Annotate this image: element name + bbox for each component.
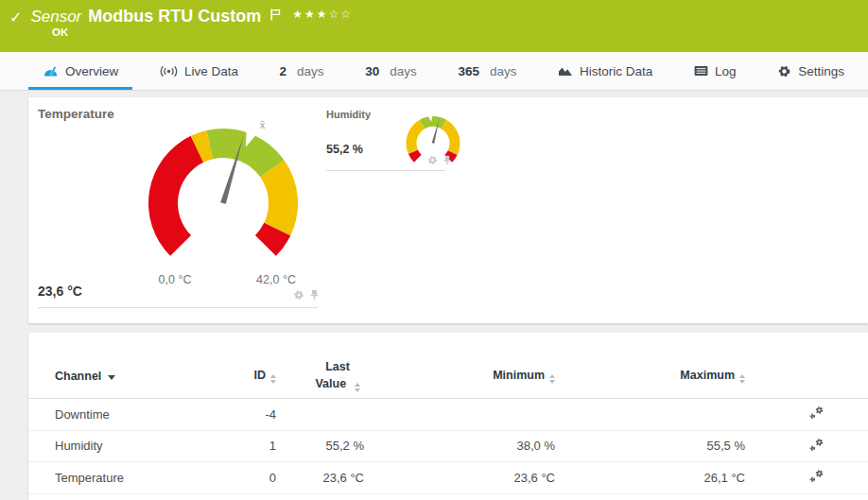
- tab-bar: Overview Live Data 2 days 30 days 365 da…: [0, 52, 868, 91]
- sensor-header: ✓ Sensor Modbus RTU Custom ★★★☆☆ OK: [0, 0, 868, 52]
- tab-30-days[interactable]: 30 days: [351, 52, 431, 90]
- column-label: Channel: [55, 370, 101, 383]
- sort-active-icon: [108, 375, 115, 380]
- sort-icon: [355, 383, 360, 392]
- tab-2-days[interactable]: 2 days: [266, 52, 339, 90]
- gauge-title-temperature: Temperature: [38, 107, 114, 121]
- channels-table-panel: Channel ID Last Value Minimum Maximum Do…: [28, 333, 868, 500]
- tab-settings[interactable]: Settings: [763, 52, 859, 90]
- sort-icon: [739, 374, 745, 384]
- channel-name: Humidity: [28, 439, 227, 453]
- tab-label: Settings: [798, 64, 844, 78]
- column-header-id[interactable]: ID: [227, 369, 276, 384]
- pin-icon[interactable]: [443, 155, 452, 165]
- column-header-last-value[interactable]: Last Value: [276, 359, 364, 392]
- tab-log[interactable]: Log: [680, 52, 751, 90]
- temperature-gauge[interactable]: x̄: [138, 100, 308, 266]
- humidity-current-value: 55,2 %: [326, 143, 363, 156]
- channel-settings-icon[interactable]: [808, 405, 825, 420]
- object-kind-label: Sensor: [30, 8, 81, 26]
- tab-live-data[interactable]: Live Data: [146, 52, 252, 90]
- sensor-status-text: OK: [52, 26, 68, 38]
- column-header-channel[interactable]: Channel: [28, 370, 227, 383]
- table-row: Downtime -4: [28, 399, 868, 431]
- tab-number: 365: [458, 64, 479, 78]
- channel-maximum: 55,5 %: [555, 439, 745, 453]
- column-label: Minimum: [493, 369, 545, 382]
- sensor-title: Modbus RTU Custom: [88, 7, 261, 26]
- svg-text:x̄: x̄: [260, 119, 266, 130]
- column-label: Maximum: [680, 369, 735, 382]
- channel-settings-icon[interactable]: [808, 438, 825, 452]
- gauge-max-label: 42,0 °C: [256, 273, 296, 286]
- tab-label: Live Data: [184, 64, 238, 78]
- channel-maximum: 26,1 °C: [555, 471, 745, 485]
- channel-last-value: 23,6 °C: [276, 471, 364, 485]
- gauge-title-humidity: Humidity: [326, 109, 371, 120]
- log-icon: [694, 65, 708, 77]
- table-row: Temperature 0 23,6 °C 23,6 °C 26,1 °C: [28, 462, 868, 494]
- channel-last-value: 55,2 %: [276, 439, 364, 453]
- status-check-icon: ✓: [9, 9, 22, 26]
- tab-label: Historic Data: [580, 64, 652, 78]
- temperature-gauge-tools: [293, 289, 320, 301]
- gauge-icon: [43, 64, 59, 78]
- temperature-current-value: 23,6 °C: [38, 284, 82, 299]
- gauge-min-label: 0,0 °C: [159, 273, 192, 286]
- broadcast-icon: [160, 65, 178, 78]
- gauge-settings-icon[interactable]: [293, 289, 304, 301]
- divider: [38, 307, 318, 308]
- column-header-maximum[interactable]: Maximum: [555, 369, 745, 384]
- channel-settings-icon[interactable]: [808, 469, 825, 483]
- column-label: ID: [254, 369, 267, 382]
- tab-label: days: [390, 64, 417, 78]
- pin-icon[interactable]: [309, 289, 320, 301]
- channel-id: 0: [227, 471, 276, 485]
- gauge-settings-icon[interactable]: [427, 155, 438, 165]
- tab-overview[interactable]: Overview: [28, 52, 132, 90]
- channel-name: Temperature: [28, 471, 227, 485]
- gear-icon: [777, 64, 791, 78]
- channel-minimum: 23,6 °C: [364, 471, 555, 485]
- tab-label: days: [297, 64, 324, 78]
- table-header-row: Channel ID Last Value Minimum Maximum: [28, 335, 868, 399]
- histogram-icon: [558, 65, 573, 77]
- channel-name: Downtime: [28, 407, 227, 422]
- tab-label: Overview: [65, 64, 118, 78]
- table-row: Humidity 1 55,2 % 38,0 % 55,5 %: [28, 431, 868, 463]
- humidity-gauge-tools: [427, 155, 452, 165]
- tab-historic-data[interactable]: Historic Data: [544, 52, 667, 90]
- overview-content: Temperature x̄ 0,0 °C 42,0 °C 23,6 °C Hu…: [0, 91, 868, 500]
- tab-label: Log: [715, 64, 737, 78]
- tab-number: 2: [280, 64, 287, 78]
- column-label: Last Value: [315, 360, 349, 390]
- priority-stars[interactable]: ★★★☆☆: [292, 8, 353, 21]
- tab-365-days[interactable]: 365 days: [443, 52, 530, 90]
- column-header-minimum[interactable]: Minimum: [364, 369, 555, 384]
- gauges-panel: Temperature x̄ 0,0 °C 42,0 °C 23,6 °C Hu…: [28, 97, 868, 323]
- channel-id: -4: [227, 407, 276, 422]
- flag-icon[interactable]: [270, 9, 281, 21]
- tab-number: 30: [365, 64, 379, 78]
- tab-label: days: [490, 64, 517, 78]
- channel-minimum: 38,0 %: [364, 439, 555, 453]
- channel-id: 1: [227, 439, 276, 453]
- divider: [326, 170, 445, 171]
